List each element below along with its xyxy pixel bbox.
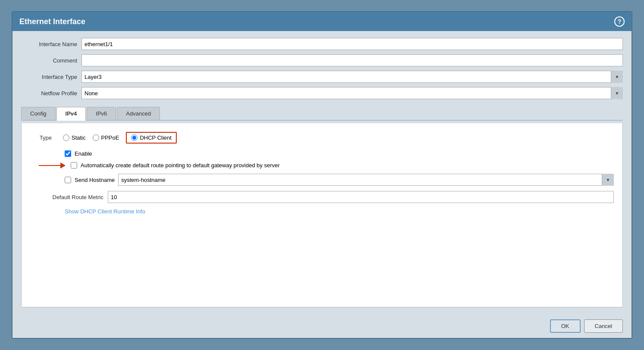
dhcp-link-row: Show DHCP Client Runtime Info: [30, 208, 614, 215]
auto-route-row: Automatically create default route point…: [30, 162, 614, 169]
netflow-profile-row: Netflow Profile None ▼: [21, 87, 623, 99]
tab-ipv6[interactable]: IPv6: [87, 107, 116, 120]
metric-input[interactable]: [108, 191, 614, 203]
comment-row: Comment: [21, 54, 623, 66]
dhcp-runtime-link[interactable]: Show DHCP Client Runtime Info: [30, 208, 145, 215]
interface-type-select[interactable]: Layer3: [81, 71, 623, 83]
tabs-bar: Config IPv4 IPv6 Advanced: [21, 107, 623, 121]
radio-pppoe-label: PPPoE: [101, 134, 119, 141]
netflow-profile-select[interactable]: None: [81, 87, 623, 99]
dialog-header: Ethernet Interface ?: [13, 12, 631, 31]
auto-route-checkbox[interactable]: [71, 162, 77, 169]
send-hostname-label: Send Hostname: [75, 177, 115, 183]
cancel-button[interactable]: Cancel: [584, 319, 623, 333]
radio-pppoe[interactable]: [93, 134, 99, 141]
metric-label: Default Route Metric: [30, 194, 108, 200]
tab-config[interactable]: Config: [21, 107, 56, 120]
hostname-select[interactable]: system-hostname: [118, 174, 614, 186]
auto-route-checkbox-row: Automatically create default route point…: [71, 162, 280, 169]
arrow-head: [60, 162, 66, 169]
comment-input[interactable]: [81, 54, 623, 66]
interface-name-input[interactable]: [81, 38, 623, 50]
hostname-select-wrapper: system-hostname ▼: [118, 174, 614, 186]
enable-label: Enable: [75, 150, 92, 157]
radio-pppoe-option[interactable]: PPPoE: [93, 134, 119, 141]
radio-dhcp-option[interactable]: DHCP Client: [131, 134, 171, 141]
interface-name-row: Interface Name: [21, 38, 623, 50]
interface-type-row: Interface Type Layer3 ▼: [21, 71, 623, 83]
netflow-profile-wrapper: None ▼: [81, 87, 623, 99]
send-hostname-row: Send Hostname system-hostname ▼: [30, 174, 614, 186]
dialog-footer: OK Cancel: [13, 314, 631, 338]
radio-dhcp-label: DHCP Client: [140, 134, 171, 141]
ok-button[interactable]: OK: [550, 319, 581, 333]
ethernet-interface-dialog: Ethernet Interface ? Interface Name Comm…: [12, 11, 632, 339]
radio-static[interactable]: [63, 134, 69, 141]
interface-type-label: Interface Type: [21, 74, 81, 80]
send-hostname-checkbox[interactable]: [65, 177, 71, 183]
help-icon[interactable]: ?: [614, 16, 625, 27]
netflow-profile-label: Netflow Profile: [21, 90, 81, 97]
arrow-indicator: [39, 162, 66, 169]
radio-dhcp[interactable]: [131, 134, 138, 141]
radio-static-option[interactable]: Static: [63, 134, 86, 141]
tab-advanced[interactable]: Advanced: [117, 107, 160, 120]
radio-static-label: Static: [72, 134, 86, 141]
interface-name-label: Interface Name: [21, 41, 81, 47]
dhcp-highlight-box: DHCP Client: [126, 132, 176, 144]
enable-row: Enable: [30, 150, 614, 157]
dialog-title: Ethernet Interface: [19, 17, 85, 26]
comment-label: Comment: [21, 57, 81, 64]
metric-row: Default Route Metric: [30, 191, 614, 203]
tab-ipv4[interactable]: IPv4: [56, 107, 86, 121]
type-row: Type Static PPPoE DHCP Client: [30, 132, 614, 144]
tab-content-ipv4: Type Static PPPoE DHCP Client: [21, 123, 623, 307]
auto-route-label: Automatically create default route point…: [81, 162, 280, 169]
type-label: Type: [30, 134, 56, 141]
dialog-body: Interface Name Comment Interface Type La…: [13, 31, 631, 314]
arrow-line: [39, 165, 60, 166]
enable-checkbox[interactable]: [65, 150, 71, 157]
interface-type-wrapper: Layer3 ▼: [81, 71, 623, 83]
